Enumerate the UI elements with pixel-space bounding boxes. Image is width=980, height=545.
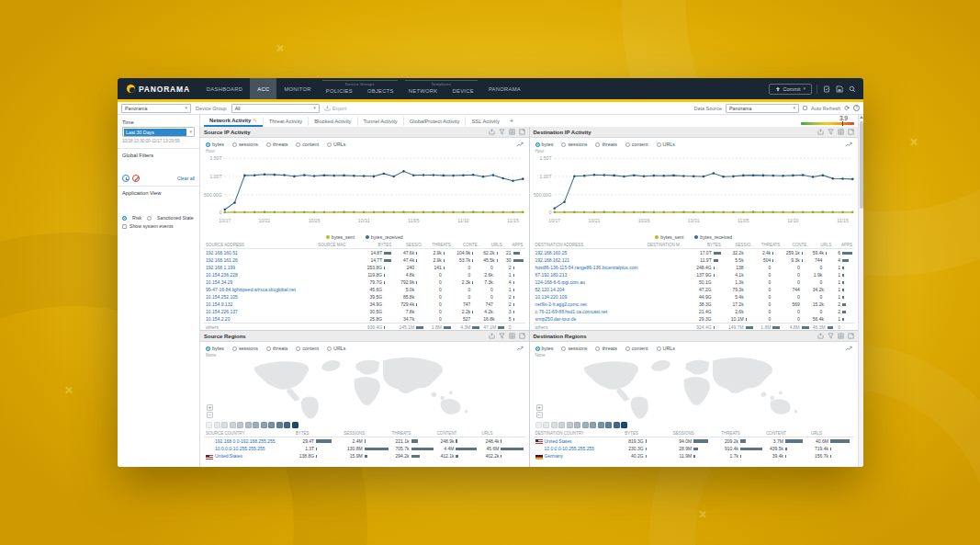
address-link[interactable]: 192.168.162.121 bbox=[535, 257, 570, 263]
risk-radio[interactable] bbox=[122, 216, 127, 221]
column-header[interactable]: CONTE.. bbox=[453, 242, 481, 249]
nav-panorama[interactable]: PANORAMA bbox=[481, 78, 528, 99]
metric-option-threats[interactable]: threats bbox=[595, 142, 616, 147]
metric-option-sessions[interactable]: sessions bbox=[561, 346, 587, 351]
jump-to-logs-icon[interactable] bbox=[516, 141, 524, 148]
auto-refresh-checkbox[interactable] bbox=[803, 106, 807, 110]
data-source-select[interactable]: Panorama ▾ bbox=[726, 104, 799, 113]
column-header[interactable]: URLS bbox=[809, 430, 854, 437]
sanctioned-state-radio[interactable] bbox=[147, 216, 152, 221]
table-icon[interactable] bbox=[838, 129, 844, 135]
metric-option-threats[interactable]: threats bbox=[266, 142, 287, 147]
tasks-icon[interactable] bbox=[822, 85, 830, 93]
table-icon[interactable] bbox=[838, 333, 844, 339]
tab-threat-activity[interactable]: Threat Activity bbox=[263, 117, 308, 126]
help-icon[interactable]: ? bbox=[853, 105, 860, 111]
metric-option-content[interactable]: content bbox=[296, 142, 319, 147]
metric-option-bytes[interactable]: bytes bbox=[206, 346, 224, 351]
maximize-icon[interactable] bbox=[519, 333, 525, 339]
address-link[interactable]: 10.154.252.105 bbox=[206, 294, 238, 300]
scrollbar-thumb[interactable] bbox=[860, 121, 863, 209]
column-header[interactable]: BYTES bbox=[355, 242, 393, 249]
address-link[interactable]: 10.154.2.20 bbox=[206, 316, 230, 322]
column-header[interactable]: SESSIONS bbox=[671, 430, 719, 437]
metric-option-threats[interactable]: threats bbox=[595, 346, 616, 351]
search-icon[interactable] bbox=[848, 85, 856, 93]
country-link[interactable]: Germany bbox=[545, 453, 564, 459]
address-link[interactable]: c-76-21-69-88.hsd1.ca.comcast.net bbox=[535, 309, 608, 314]
country-link[interactable]: United States bbox=[545, 438, 572, 444]
address-link[interactable]: 192.168.1.199 bbox=[206, 265, 235, 270]
zoom-in-button[interactable]: + bbox=[207, 404, 213, 411]
jump-to-logs-icon[interactable] bbox=[845, 141, 852, 148]
metric-option-threats[interactable]: threats bbox=[266, 346, 287, 351]
country-link[interactable]: 192.168.0.0-192.168.255.255 bbox=[215, 438, 276, 444]
export-icon[interactable] bbox=[817, 333, 824, 339]
column-header[interactable]: SESSIO.. bbox=[723, 242, 755, 249]
address-link[interactable]: 67.192.180.213 bbox=[535, 272, 568, 278]
address-link[interactable]: 192.168.160.51 bbox=[206, 250, 238, 255]
metric-option-sessions[interactable]: sessions bbox=[561, 142, 587, 147]
tab-tunnel-activity[interactable]: Tunnel Activity bbox=[357, 117, 403, 126]
address-link[interactable]: 10.154.226.137 bbox=[206, 309, 238, 314]
column-header[interactable]: DESTINATION COUNTRY bbox=[534, 430, 624, 437]
tab-blocked-activity[interactable]: Blocked Activity bbox=[308, 117, 356, 126]
column-header[interactable]: CONTENT bbox=[435, 430, 480, 437]
source-ip-line-chart[interactable]: 0500.00G1.00T1.50T10/1710/2110/2610/3111… bbox=[200, 153, 529, 233]
column-header[interactable]: BYTES bbox=[623, 430, 670, 437]
scroll-up-arrow[interactable] bbox=[860, 116, 863, 119]
address-link[interactable]: smtp250.dar-tour.de bbox=[535, 316, 577, 322]
metric-option-content[interactable]: content bbox=[296, 346, 319, 351]
show-system-events-checkbox[interactable] bbox=[122, 224, 127, 229]
time-range-select[interactable]: Last 30 Days ▾ bbox=[122, 127, 195, 137]
table-icon[interactable] bbox=[509, 129, 515, 135]
save-icon[interactable] bbox=[835, 85, 843, 93]
refresh-icon[interactable]: ⟳ bbox=[844, 105, 850, 111]
zoom-out-button[interactable]: − bbox=[536, 412, 543, 418]
maximize-icon[interactable] bbox=[848, 129, 854, 135]
column-header[interactable]: SESSIO.. bbox=[393, 242, 425, 249]
column-header[interactable]: DESTINATION M.. bbox=[646, 242, 684, 249]
address-link[interactable]: 192.168.161.26 bbox=[206, 257, 238, 263]
clear-all-link[interactable]: Clear all bbox=[177, 176, 195, 181]
vertical-scrollbar[interactable] bbox=[858, 115, 863, 467]
column-header[interactable]: THREATS bbox=[755, 242, 783, 249]
address-link[interactable]: host86-136-115-54.range86-136.btcentralp… bbox=[535, 265, 638, 270]
column-header[interactable]: BYTES bbox=[684, 242, 723, 249]
filter-icon[interactable] bbox=[499, 333, 505, 339]
address-link[interactable]: 10.154.236.228 bbox=[206, 272, 238, 278]
column-header[interactable]: APPS bbox=[833, 242, 854, 249]
jump-to-logs-icon[interactable] bbox=[516, 345, 524, 352]
column-header[interactable]: CONTE.. bbox=[782, 242, 810, 249]
metric-option-content[interactable]: content bbox=[625, 142, 648, 147]
device-group-select[interactable]: All ▾ bbox=[231, 104, 320, 113]
column-header[interactable]: BYTES bbox=[294, 430, 342, 437]
table-icon[interactable] bbox=[509, 333, 515, 339]
metric-option-bytes[interactable]: bytes bbox=[206, 142, 224, 147]
column-header[interactable]: DESTINATION ADDRESS bbox=[534, 242, 646, 249]
metric-option-content[interactable]: content bbox=[625, 346, 648, 351]
metric-option-urls[interactable]: URLs bbox=[327, 142, 345, 147]
column-header[interactable]: CONTENT bbox=[764, 430, 809, 437]
export-icon[interactable] bbox=[489, 333, 495, 339]
column-header[interactable]: SESSIONS bbox=[342, 430, 389, 437]
commit-button[interactable]: Commit ▾ bbox=[769, 84, 812, 95]
export-icon[interactable] bbox=[817, 129, 824, 135]
source-regions-map[interactable]: None + − bbox=[206, 354, 524, 420]
filter-icon[interactable] bbox=[828, 333, 834, 339]
nav-dashboard[interactable]: DASHBOARD bbox=[199, 78, 250, 99]
clear-filter-icon[interactable] bbox=[132, 175, 140, 182]
address-link[interactable]: 99-47-16-84.lightspeed.wlrxca.sbcglobal.… bbox=[206, 287, 296, 292]
column-header[interactable]: URLS bbox=[481, 242, 503, 249]
destination-regions-map[interactable]: None + − bbox=[535, 354, 853, 420]
nav-monitor[interactable]: MONITOR bbox=[276, 78, 318, 99]
edit-icon[interactable]: ✎ bbox=[253, 118, 257, 123]
column-header[interactable]: URLS bbox=[480, 430, 525, 437]
metric-option-bytes[interactable]: bytes bbox=[535, 346, 554, 351]
context-select[interactable]: Panorama ▾ bbox=[121, 104, 191, 113]
maximize-icon[interactable] bbox=[519, 129, 525, 135]
filter-icon[interactable] bbox=[499, 129, 505, 135]
column-header[interactable]: THREATS bbox=[719, 430, 764, 437]
metric-option-bytes[interactable]: bytes bbox=[535, 142, 554, 147]
address-link[interactable]: 10.134.220.109 bbox=[535, 294, 568, 300]
